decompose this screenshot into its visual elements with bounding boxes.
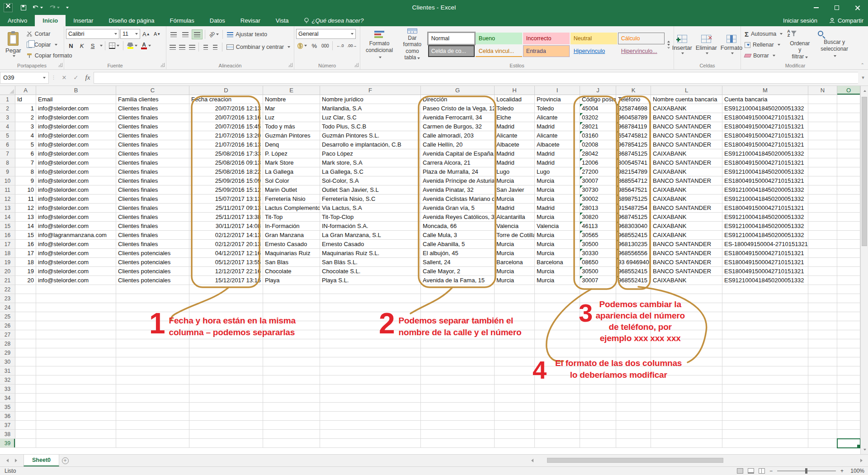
- cell-N35[interactable]: [808, 403, 837, 412]
- cell-G10[interactable]: Avenida Príncipe de Asturias, 7: [421, 176, 495, 185]
- cell-N25[interactable]: [808, 312, 837, 321]
- cell-F32[interactable]: [320, 375, 421, 385]
- cell-F22[interactable]: [320, 285, 421, 294]
- cell-H9[interactable]: Lugo: [495, 167, 535, 176]
- row-header-1[interactable]: 1: [0, 95, 15, 104]
- cell-K18[interactable]: 968556556: [616, 249, 651, 258]
- cell-N10[interactable]: [808, 176, 837, 185]
- cell-A4[interactable]: 3: [15, 122, 36, 131]
- cell-D16[interactable]: 02/12/2017 14:13: [189, 231, 263, 240]
- cell-C31[interactable]: [116, 366, 189, 375]
- row-header-30[interactable]: 30: [0, 357, 15, 366]
- font-size-select[interactable]: 11: [120, 29, 140, 39]
- cell-E18[interactable]: Maquinarias Ruiz: [263, 249, 320, 258]
- cell-E21[interactable]: Playa: [263, 276, 320, 285]
- cell-B2[interactable]: info@stelorder.com: [36, 104, 116, 113]
- bold-button[interactable]: N: [66, 41, 76, 51]
- cell-L29[interactable]: [651, 348, 722, 357]
- cell-O20[interactable]: [837, 267, 860, 276]
- cell-I18[interactable]: Murcia: [535, 249, 580, 258]
- cell-K4[interactable]: 968784119: [616, 122, 651, 131]
- cell-E17[interactable]: Ernesto Casado: [263, 240, 320, 249]
- cell-N27[interactable]: [808, 330, 837, 339]
- cell-E30[interactable]: [263, 357, 320, 366]
- cell-G3[interactable]: Avenida Ferrocarril, 34: [421, 113, 495, 122]
- cell-style-c-lculo[interactable]: Cálculo: [618, 33, 665, 44]
- row-header-2[interactable]: 2: [0, 104, 15, 113]
- cell-F26[interactable]: [320, 321, 421, 330]
- cell-K35[interactable]: [616, 403, 651, 412]
- cell-style-hiperv-nculo[interactable]: Hipervínculo: [571, 45, 617, 57]
- cell-B22[interactable]: [36, 285, 116, 294]
- row-header-4[interactable]: 4: [0, 122, 15, 131]
- cell-L6[interactable]: BANCO SANTANDER: [651, 140, 722, 149]
- cell-E19[interactable]: San Blas: [263, 258, 320, 267]
- shrink-font-button[interactable]: A▼: [152, 29, 162, 39]
- formula-bar-splitter[interactable]: ⋮: [49, 75, 58, 81]
- cell-F30[interactable]: [320, 357, 421, 366]
- cell-G39[interactable]: [421, 439, 495, 448]
- cell-M5[interactable]: ES1800491500042710151321: [722, 131, 808, 140]
- cell-G23[interactable]: [421, 294, 495, 303]
- cell-G13[interactable]: Avenida Gran vía, 5: [421, 204, 495, 213]
- cell-G7[interactable]: Avenida Capital de España, 9: [421, 149, 495, 158]
- cell-N5[interactable]: [808, 131, 837, 140]
- cell-F9[interactable]: La Gallega, S.C: [320, 167, 421, 176]
- cell-I30[interactable]: [535, 357, 580, 366]
- font-dialog-launcher-icon[interactable]: [160, 63, 165, 67]
- cell-M30[interactable]: [722, 357, 808, 366]
- cell-J8[interactable]: 12006: [580, 158, 616, 167]
- row-header-3[interactable]: 3: [0, 113, 15, 122]
- cell-I5[interactable]: Alicante: [535, 131, 580, 140]
- cell-L33[interactable]: [651, 385, 722, 394]
- cell-I26[interactable]: [535, 321, 580, 330]
- cell-K1[interactable]: Teléfono: [616, 95, 651, 104]
- cell-E11[interactable]: Marin Outlet: [263, 185, 320, 195]
- merge-center-button[interactable]: Combinar y centrar: [225, 42, 292, 52]
- cell-E39[interactable]: [263, 439, 320, 448]
- cell-C3[interactable]: Clientes finales: [116, 113, 189, 122]
- tell-me-box[interactable]: ¿Qué desea hacer?: [297, 15, 371, 26]
- cell-style-entrada[interactable]: Entrada: [523, 45, 570, 57]
- cell-style-bueno[interactable]: Bueno: [476, 33, 522, 44]
- cell-B14[interactable]: info@stelorder.com: [36, 213, 116, 222]
- cell-M37[interactable]: [722, 421, 808, 430]
- cell-B34[interactable]: [36, 394, 116, 403]
- cell-L37[interactable]: [651, 421, 722, 430]
- cell-M8[interactable]: ES1800491500042710151321: [722, 158, 808, 167]
- number-dialog-launcher-icon[interactable]: [354, 63, 359, 67]
- row-header-24[interactable]: 24: [0, 303, 15, 312]
- row-header-34[interactable]: 34: [0, 394, 15, 403]
- row-header-23[interactable]: 23: [0, 294, 15, 303]
- decrease-indent-button[interactable]: [201, 42, 210, 52]
- cell-F1[interactable]: Nombre jurídico: [320, 95, 421, 104]
- cell-O11[interactable]: [837, 185, 860, 195]
- cell-I16[interactable]: Murcia: [535, 231, 580, 240]
- cell-A39[interactable]: [15, 439, 36, 448]
- italic-button[interactable]: K: [77, 41, 87, 51]
- cell-O37[interactable]: [837, 421, 860, 430]
- cell-C1[interactable]: Familia clientes: [116, 95, 189, 104]
- cell-N15[interactable]: [808, 222, 837, 231]
- cell-B24[interactable]: [36, 303, 116, 312]
- cell-C22[interactable]: [116, 285, 189, 294]
- cell-K21[interactable]: 968552415: [616, 276, 651, 285]
- cell-J13[interactable]: 28013: [580, 204, 616, 213]
- vertical-scrollbar-thumb[interactable]: [862, 97, 867, 246]
- cell-A24[interactable]: [15, 303, 36, 312]
- cell-L12[interactable]: CAIXABANK: [651, 195, 722, 204]
- cell-style-celda-de-co-[interactable]: Celda de co...: [428, 45, 475, 57]
- cell-K30[interactable]: [616, 357, 651, 366]
- cell-C35[interactable]: [116, 403, 189, 412]
- cell-J15[interactable]: 46113: [580, 222, 616, 231]
- cell-G36[interactable]: [421, 412, 495, 421]
- cell-G5[interactable]: Calle almoradí, 203: [421, 131, 495, 140]
- cell-A8[interactable]: 7: [15, 158, 36, 167]
- cell-D15[interactable]: 30/11/2017 14:08: [189, 222, 263, 231]
- cell-A22[interactable]: [15, 285, 36, 294]
- cell-N34[interactable]: [808, 394, 837, 403]
- cell-D37[interactable]: [189, 421, 263, 430]
- cell-C19[interactable]: Clientes potenciales: [116, 258, 189, 267]
- cell-A15[interactable]: 14: [15, 222, 36, 231]
- orientation-button[interactable]: ab: [208, 29, 220, 39]
